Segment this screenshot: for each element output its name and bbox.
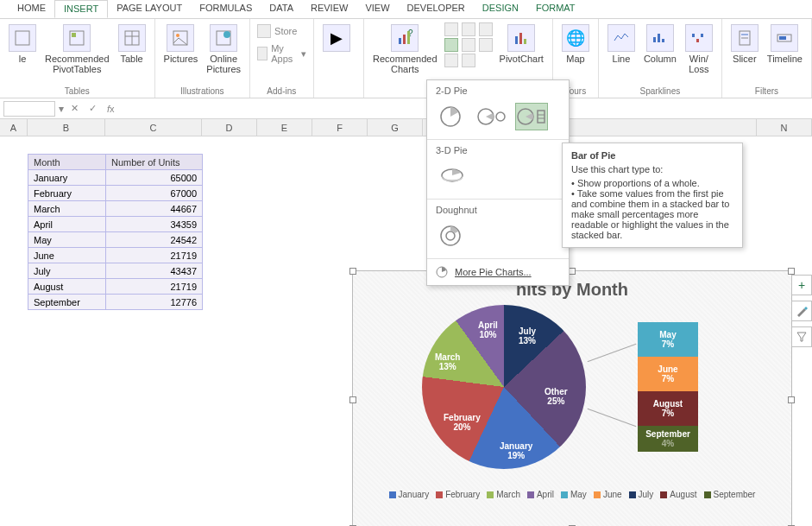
cancel-formula-icon[interactable]: ✕ bbox=[67, 103, 82, 114]
svg-rect-17 bbox=[653, 37, 656, 42]
table-button[interactable]: Table bbox=[116, 22, 148, 66]
ribbon-tabs: HOME INSERT PAGE LAYOUT FORMULAS DATA RE… bbox=[0, 0, 812, 19]
accept-formula-icon[interactable]: ✓ bbox=[85, 103, 100, 114]
bar-chart-icon[interactable] bbox=[462, 38, 475, 52]
data-table: MonthNumber of Units January65000 Februa… bbox=[28, 154, 203, 310]
bar-of-pie-option[interactable] bbox=[515, 103, 548, 130]
tab-insert[interactable]: INSERT bbox=[54, 0, 108, 18]
chart-styles-button[interactable] bbox=[791, 301, 812, 321]
slicer-button[interactable]: Slicer bbox=[729, 22, 760, 66]
tab-data[interactable]: DATA bbox=[261, 0, 302, 18]
slicer-icon bbox=[731, 24, 758, 52]
slice-label: January19% bbox=[500, 441, 532, 460]
sparkline-winloss-button[interactable]: Win/ Loss bbox=[683, 22, 714, 76]
bar-segment: June7% bbox=[638, 357, 698, 391]
chart-plot-area[interactable]: July13% Other25% January19% February20% … bbox=[353, 305, 791, 486]
group-filters: Slicer Timeline Filters bbox=[722, 19, 812, 98]
timeline-icon bbox=[771, 24, 798, 52]
chart-elements-button[interactable]: + bbox=[791, 275, 812, 295]
column-headers: A B C D E F G H N bbox=[0, 119, 812, 136]
other-chart-icon[interactable] bbox=[462, 54, 475, 67]
winloss-chart-icon[interactable] bbox=[479, 22, 493, 36]
tab-formulas[interactable]: FORMULAS bbox=[191, 0, 261, 18]
bing-button[interactable]: ▶ bbox=[321, 22, 352, 54]
table-row: August21719 bbox=[28, 279, 203, 295]
tab-design[interactable]: DESIGN bbox=[474, 0, 527, 18]
pivotchart-button[interactable]: PivotChart bbox=[498, 22, 545, 66]
resize-handle[interactable] bbox=[349, 268, 356, 275]
fx-icon[interactable]: fx bbox=[104, 104, 118, 114]
slice-label: July13% bbox=[519, 326, 536, 345]
col-header[interactable]: G bbox=[368, 119, 423, 136]
chart-object[interactable]: nits by Month July13% Other25% January19… bbox=[352, 270, 792, 526]
online-pictures-button[interactable]: Online Pictures bbox=[205, 22, 242, 76]
group-tables: le Recommended PivotTables Table Tables bbox=[0, 19, 155, 98]
slice-label: February20% bbox=[444, 413, 481, 432]
svg-rect-22 bbox=[701, 34, 703, 37]
group-bing: ▶ bbox=[314, 19, 364, 98]
myapps-button[interactable]: My Apps▾ bbox=[257, 41, 305, 66]
rec-charts-icon: ? bbox=[391, 24, 419, 52]
scatter-chart-icon[interactable] bbox=[444, 54, 458, 67]
bing-icon: ▶ bbox=[323, 24, 350, 52]
col-header[interactable]: D bbox=[202, 119, 257, 136]
name-box[interactable] bbox=[3, 101, 55, 117]
area-chart-icon[interactable] bbox=[479, 38, 493, 52]
group-label: Tables bbox=[7, 86, 148, 96]
col-header[interactable]: F bbox=[312, 119, 368, 136]
sparkline-column-button[interactable]: Column bbox=[642, 22, 678, 66]
legend-item: April bbox=[527, 490, 554, 499]
tooltip: Bar of Pie Use this chart type to: • Sho… bbox=[562, 143, 743, 248]
sparkline-winloss-icon bbox=[685, 24, 713, 52]
pie-chart-icon[interactable] bbox=[444, 38, 458, 52]
pie-of-pie-option[interactable] bbox=[475, 103, 508, 130]
more-pie-charts-button[interactable]: More Pie Charts... bbox=[427, 259, 569, 285]
pie-chart-dropdown: 2-D Pie 3-D Pie Doughnut More Pie Charts… bbox=[426, 79, 570, 286]
table-row: January65000 bbox=[28, 170, 203, 186]
resize-handle[interactable] bbox=[569, 268, 576, 275]
tab-review[interactable]: REVIEW bbox=[302, 0, 356, 18]
tab-developer[interactable]: DEVELOPER bbox=[399, 0, 474, 18]
pie-2d-option[interactable] bbox=[436, 103, 469, 130]
chart-side-buttons: + bbox=[791, 275, 812, 347]
table-row: May24542 bbox=[28, 232, 203, 248]
pictures-icon bbox=[167, 24, 194, 52]
chart-legend[interactable]: January February March April May June Ju… bbox=[353, 486, 791, 503]
column-chart-icon[interactable] bbox=[444, 22, 458, 36]
table-row: April34359 bbox=[28, 217, 203, 232]
col-header[interactable]: A bbox=[0, 119, 28, 136]
line-chart-icon[interactable] bbox=[462, 22, 475, 36]
tab-home[interactable]: HOME bbox=[9, 0, 54, 18]
recommended-charts-button[interactable]: ? Recommended Charts bbox=[371, 22, 439, 76]
svg-rect-2 bbox=[72, 33, 76, 37]
legend-item: May bbox=[561, 490, 587, 499]
svg-point-7 bbox=[176, 34, 179, 37]
table-row: September12776 bbox=[28, 295, 203, 310]
chevron-down-icon[interactable]: ▾ bbox=[59, 103, 64, 115]
table-header[interactable]: Number of Units bbox=[106, 155, 203, 170]
sparkline-line-button[interactable]: Line bbox=[606, 22, 637, 66]
timeline-button[interactable]: Timeline bbox=[765, 22, 804, 66]
col-header[interactable]: N bbox=[757, 119, 812, 136]
chart-title[interactable]: nits by Month bbox=[353, 271, 791, 305]
group-label: Add-ins bbox=[257, 86, 305, 96]
table-header[interactable]: Month bbox=[28, 155, 106, 170]
recommended-pivottables-button[interactable]: Recommended PivotTables bbox=[43, 22, 111, 76]
col-header[interactable]: E bbox=[257, 119, 312, 136]
pictures-button[interactable]: Pictures bbox=[162, 22, 200, 66]
doughnut-option[interactable] bbox=[436, 222, 469, 250]
col-header[interactable]: C bbox=[105, 119, 202, 136]
store-button[interactable]: Store bbox=[257, 22, 305, 40]
apps-icon bbox=[257, 47, 268, 60]
map-button[interactable]: 🌐Map bbox=[560, 22, 591, 66]
pie-3d-option[interactable] bbox=[436, 162, 469, 190]
legend-item: March bbox=[487, 490, 520, 499]
chart-filters-button[interactable] bbox=[791, 326, 812, 347]
pivottable-button[interactable]: le bbox=[7, 22, 38, 66]
tab-format[interactable]: FORMAT bbox=[527, 0, 584, 18]
tab-page-layout[interactable]: PAGE LAYOUT bbox=[108, 0, 191, 18]
resize-handle[interactable] bbox=[788, 268, 795, 275]
tab-view[interactable]: VIEW bbox=[356, 0, 398, 18]
col-header[interactable]: B bbox=[28, 119, 105, 136]
dropdown-section-label: 3-D Pie bbox=[427, 140, 569, 159]
